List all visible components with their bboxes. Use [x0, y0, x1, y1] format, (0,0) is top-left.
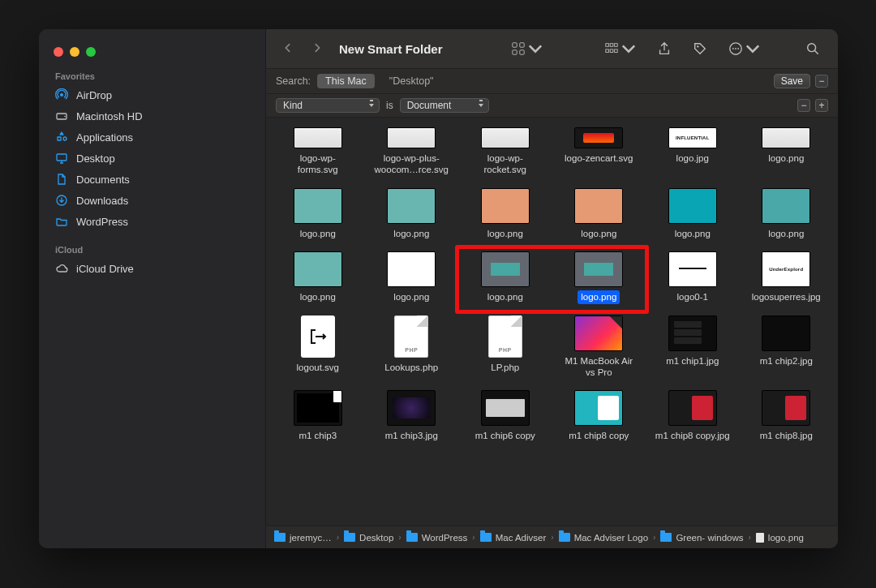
forward-button[interactable] — [307, 39, 328, 59]
file-item[interactable]: m1 chip3.jpg — [367, 388, 457, 447]
file-item[interactable]: logo.png — [273, 250, 363, 308]
document-icon — [756, 533, 764, 543]
remove-criteria-button[interactable]: − — [797, 99, 810, 112]
criteria-value-select[interactable]: Document — [400, 98, 489, 113]
file-thumbnail — [294, 251, 342, 287]
file-thumbnail — [574, 315, 623, 351]
file-item[interactable]: m1 chip8 copy — [554, 388, 645, 447]
fullscreen-window-button[interactable] — [86, 47, 96, 57]
back-button[interactable] — [277, 39, 298, 59]
file-name-label: logo.png — [297, 290, 339, 303]
remove-scope-button[interactable]: − — [815, 75, 828, 88]
file-name-label: m1 chip3.jpg — [382, 429, 441, 442]
file-name-label: logo-wp-rocket.svg — [465, 152, 546, 177]
window-title: New Smart Folder — [339, 42, 443, 56]
file-item[interactable]: logo-wp-forms.svg — [273, 126, 363, 182]
file-name-label: m1 chip3 — [295, 429, 340, 442]
path-crumb-label: Mac Adivser — [496, 533, 547, 543]
file-name-label: logo.png — [484, 290, 526, 303]
file-thumbnail — [668, 315, 717, 351]
file-name-label: logo.png — [672, 227, 714, 240]
file-item[interactable]: UnderExplordlogosuperres.jpg — [741, 250, 832, 308]
file-item[interactable]: logo.png — [460, 187, 551, 245]
svg-rect-8 — [520, 50, 524, 54]
file-item[interactable]: logo.png — [741, 126, 832, 182]
svg-point-20 — [808, 44, 816, 52]
file-name-label: logo.png — [578, 227, 620, 240]
path-crumb[interactable]: Mac Adviser Logo — [559, 533, 648, 543]
file-grid[interactable]: logo-wp-forms.svglogo-wp-plus-woocom…rce… — [266, 118, 838, 526]
file-item[interactable]: m1 chip8.jpg — [741, 388, 832, 447]
scope-desktop[interactable]: "Desktop" — [381, 74, 442, 88]
file-item[interactable]: logo0-1 — [647, 250, 738, 308]
file-name-label: logo0-1 — [674, 290, 711, 303]
sidebar-item-documents[interactable]: Documents — [39, 169, 265, 190]
file-thumbnail — [574, 390, 623, 426]
add-criteria-button[interactable]: + — [815, 99, 828, 112]
tags-button[interactable] — [686, 38, 714, 59]
sidebar-item-icloud-drive[interactable]: iCloud Drive — [39, 258, 265, 279]
file-item[interactable]: logout.svg — [273, 314, 363, 384]
file-thumbnail: INFLUENTIAL — [668, 127, 717, 148]
scope-this-mac[interactable]: This Mac — [317, 74, 375, 88]
group-by-button[interactable] — [598, 38, 642, 59]
save-search-button[interactable]: Save — [774, 74, 810, 88]
svg-rect-14 — [615, 49, 618, 53]
file-item[interactable]: logo.png — [741, 187, 832, 245]
file-item[interactable]: m1 chip2.jpg — [741, 314, 832, 384]
file-item[interactable]: logo.png — [554, 250, 645, 308]
svg-rect-11 — [615, 44, 618, 47]
file-item[interactable]: INFLUENTIALlogo.jpg — [647, 126, 738, 182]
file-item[interactable]: logo.png — [460, 250, 551, 308]
sidebar-item-desktop[interactable]: Desktop — [39, 148, 265, 169]
search-button[interactable] — [799, 38, 827, 59]
window-controls — [39, 37, 265, 68]
file-item[interactable]: m1 chip3 — [273, 388, 363, 447]
file-item[interactable]: logo.png — [273, 187, 363, 245]
file-item[interactable]: logo-wp-plus-woocom…rce.svg — [367, 126, 457, 182]
sidebar-item-downloads[interactable]: Downloads — [39, 190, 265, 211]
file-thumbnail — [762, 315, 810, 351]
file-item[interactable]: PHPLP.php — [460, 314, 551, 384]
file-item[interactable]: PHPLookups.php — [367, 314, 457, 384]
svg-rect-10 — [610, 44, 613, 47]
svg-point-17 — [732, 48, 734, 49]
minimize-window-button[interactable] — [70, 47, 79, 57]
path-crumb[interactable]: Green- windows — [660, 533, 743, 543]
file-item[interactable]: logo-zencart.svg — [554, 126, 645, 182]
chevron-right-icon: › — [470, 533, 476, 542]
sidebar-item-airdrop[interactable]: AirDrop — [39, 84, 265, 105]
file-item[interactable]: m1 chip1.jpg — [647, 314, 738, 384]
sidebar-item-applications[interactable]: Applications — [39, 127, 265, 148]
share-button[interactable] — [651, 38, 678, 59]
chevron-right-icon: › — [747, 533, 753, 542]
path-crumb[interactable]: WordPress — [406, 533, 468, 543]
path-crumb[interactable]: logo.png — [756, 533, 804, 543]
close-window-button[interactable] — [54, 47, 63, 57]
criteria-attribute-select[interactable]: Kind — [276, 98, 380, 113]
search-criteria-row: Kind is Document − + — [266, 94, 838, 118]
path-crumb[interactable]: jeremyc… — [274, 533, 332, 543]
view-icon-mode-button[interactable] — [505, 38, 549, 59]
file-name-label: m1 chip8 copy — [565, 429, 632, 442]
path-crumb[interactable]: Desktop — [344, 533, 393, 543]
folder-icon — [480, 533, 492, 542]
file-item[interactable]: logo-wp-rocket.svg — [460, 126, 551, 182]
file-thumbnail — [574, 188, 623, 224]
file-item[interactable]: logo.png — [647, 187, 738, 245]
svg-rect-5 — [513, 43, 517, 47]
file-item[interactable]: logo.png — [367, 187, 457, 245]
file-item[interactable]: m1 chip8 copy.jpg — [647, 388, 738, 447]
action-menu-button[interactable] — [722, 38, 766, 59]
file-item[interactable]: m1 chip6 copy — [460, 388, 551, 447]
sidebar-item-label: Downloads — [76, 195, 128, 207]
path-crumb[interactable]: Mac Adivser — [480, 533, 547, 543]
file-thumbnail — [387, 127, 436, 148]
file-item[interactable]: logo.png — [367, 250, 457, 308]
sidebar-item-label: Desktop — [76, 152, 115, 165]
sidebar-item-wordpress[interactable]: WordPress — [39, 211, 265, 232]
file-item[interactable]: M1 MacBook Air vs Pro — [554, 314, 645, 384]
sidebar-item-macintosh-hd[interactable]: Macintosh HD — [39, 105, 265, 127]
hdd-icon — [55, 109, 68, 122]
file-item[interactable]: logo.png — [554, 187, 645, 245]
